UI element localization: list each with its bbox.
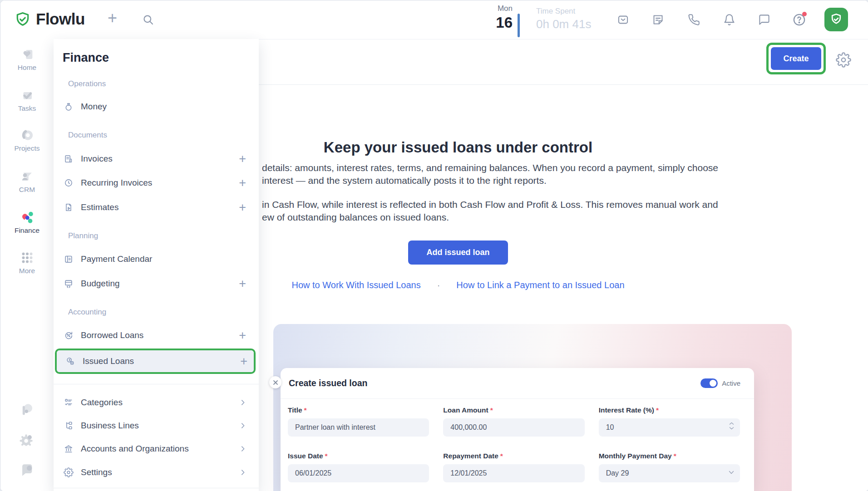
clock-icon — [64, 178, 74, 188]
issue-date-input[interactable] — [288, 464, 429, 482]
required-asterisk: * — [325, 452, 328, 460]
panel-item-invoices[interactable]: Invoices + — [60, 149, 252, 169]
search-icon[interactable] — [142, 14, 154, 26]
add-icon[interactable]: + — [239, 201, 246, 215]
field-label: Issue Date — [288, 452, 323, 460]
loan-amount-input[interactable] — [443, 418, 584, 437]
create-button[interactable]: Create — [771, 47, 821, 70]
chevron-right-icon — [239, 445, 247, 453]
sidebar-item-home[interactable]: Home — [0, 47, 54, 72]
sidebar-item-crm[interactable]: CRM — [0, 169, 54, 194]
day-of-week: Mon — [467, 4, 513, 13]
more-grid-icon — [20, 250, 35, 265]
help-links-row: How to Work With Issued Loans · How to L… — [205, 280, 711, 290]
time-spent-label: Time Spent — [536, 7, 591, 16]
field-title: Title* — [288, 406, 429, 437]
link-separator-dot: · — [437, 280, 440, 290]
sidebar-item-projects[interactable]: Projects — [0, 128, 54, 152]
link-how-to-link-payment[interactable]: How to Link a Payment to an Issued Loan — [456, 280, 624, 290]
user-avatar[interactable] — [824, 8, 848, 31]
panel-item-business-lines[interactable]: Business Lines — [60, 416, 252, 436]
add-icon[interactable]: + — [239, 152, 246, 166]
panel-item-issued-loans[interactable]: Issued Loans + — [57, 350, 254, 372]
panel-item-borrowed-loans[interactable]: Borrowed Loans + — [60, 325, 252, 345]
repayment-date-input[interactable] — [443, 464, 584, 482]
hero-paragraph-line: in Cash Flow, while interest is reflecte… — [262, 199, 718, 210]
notifications-bell-icon[interactable] — [723, 14, 735, 26]
projects-icon — [20, 128, 35, 143]
sidebar-item-finance[interactable]: Finance — [0, 210, 54, 235]
borrowed-loans-icon — [64, 330, 74, 340]
date-divider-bar — [518, 14, 520, 37]
add-icon[interactable]: + — [239, 176, 246, 190]
interest-rate-input[interactable] — [599, 418, 740, 437]
add-icon[interactable]: + — [239, 329, 246, 343]
feedback-bubble-icon[interactable] — [19, 462, 35, 478]
active-toggle[interactable] — [700, 378, 718, 388]
inbox-icon[interactable] — [617, 14, 629, 26]
section-accounting: Accounting — [68, 308, 106, 317]
active-toggle-label: Active — [722, 379, 740, 387]
budgeting-icon — [64, 279, 74, 289]
monthly-payment-day-select[interactable] — [599, 464, 740, 482]
modal-close-button[interactable] — [269, 376, 281, 388]
help-icon[interactable] — [792, 13, 806, 27]
modal-header: Create issued loan Active — [281, 368, 754, 399]
modal-title: Create issued loan — [289, 378, 367, 388]
quick-add-button[interactable]: + — [108, 9, 117, 28]
workspace-settings-icon[interactable] — [19, 432, 35, 448]
panel-item-recurring-invoices[interactable]: Recurring Invoices + — [60, 173, 252, 193]
notes-icon[interactable] — [652, 14, 664, 26]
section-operations: Operations — [68, 79, 106, 88]
add-icon[interactable]: + — [240, 354, 247, 368]
panel-item-money[interactable]: Money — [60, 97, 252, 117]
money-bag-icon — [64, 102, 74, 112]
chevron-down-icon — [729, 471, 734, 474]
field-label: Monthly Payment Day — [599, 452, 672, 460]
add-issued-loan-button[interactable]: Add issued loan — [408, 241, 508, 265]
phone-icon[interactable] — [688, 14, 700, 26]
crm-icon — [20, 169, 35, 184]
sidebar-item-tasks[interactable]: Tasks — [0, 88, 54, 113]
tasks-icon — [20, 88, 35, 103]
page-settings-gear-icon[interactable] — [836, 52, 851, 68]
calendar-date[interactable]: Mon 16 — [467, 4, 513, 31]
panel-divider — [54, 384, 259, 384]
hero-paragraph-line: ew of outstanding balances on issued loa… — [262, 212, 449, 223]
number-stepper[interactable] — [729, 422, 734, 430]
issued-loans-icon — [65, 356, 75, 366]
required-asterisk: * — [490, 406, 493, 414]
field-label: Loan Amount — [443, 406, 488, 414]
sidebar-item-more[interactable]: More — [0, 250, 54, 275]
panel-item-accounts-and-organizations[interactable]: Accounts and Organizations — [60, 439, 252, 459]
flowlu-logo-icon — [14, 11, 31, 28]
app-sidebar: Home Tasks Projects CRM — [0, 39, 54, 491]
chat-icon[interactable] — [758, 14, 770, 26]
panel-item-settings[interactable]: Settings — [60, 462, 252, 482]
field-repayment-date: Repayment Date* — [443, 452, 584, 482]
bank-icon — [64, 444, 74, 454]
link-how-to-work-with-issued-loans[interactable]: How to Work With Issued Loans — [291, 280, 420, 290]
required-asterisk: * — [656, 406, 659, 414]
add-icon[interactable]: + — [239, 277, 246, 291]
invoice-icon — [64, 154, 74, 164]
chevron-right-icon — [239, 468, 247, 476]
panel-title: Finance — [63, 51, 109, 65]
field-monthly-payment-day: Monthly Payment Day* — [599, 452, 740, 482]
field-label: Interest Rate (%) — [599, 406, 654, 414]
title-input[interactable] — [288, 418, 429, 437]
panel-item-payment-calendar[interactable]: Payment Calendar — [60, 249, 252, 269]
panel-item-budgeting[interactable]: Budgeting + — [60, 274, 252, 294]
day-number: 16 — [467, 14, 513, 31]
finance-icon — [20, 210, 35, 225]
issued-loans-highlight-box: Issued Loans + — [55, 349, 256, 374]
panel-item-categories[interactable]: Categories — [60, 393, 252, 412]
time-tracker[interactable]: Time Spent 0h 0m 41s — [536, 7, 591, 31]
knowledge-base-icon[interactable] — [19, 402, 35, 417]
loan-form: Title* Loan Amount* Interest Rate (%)* — [288, 406, 740, 482]
panel-item-estimates[interactable]: Estimates + — [60, 197, 252, 217]
finance-menu-panel: Finance Operations Money Documents Invoi… — [54, 39, 259, 491]
required-asterisk: * — [674, 452, 676, 460]
create-issued-loan-modal: Create issued loan Active Title* Loan Am… — [281, 368, 754, 491]
field-interest-rate: Interest Rate (%)* — [599, 406, 740, 437]
